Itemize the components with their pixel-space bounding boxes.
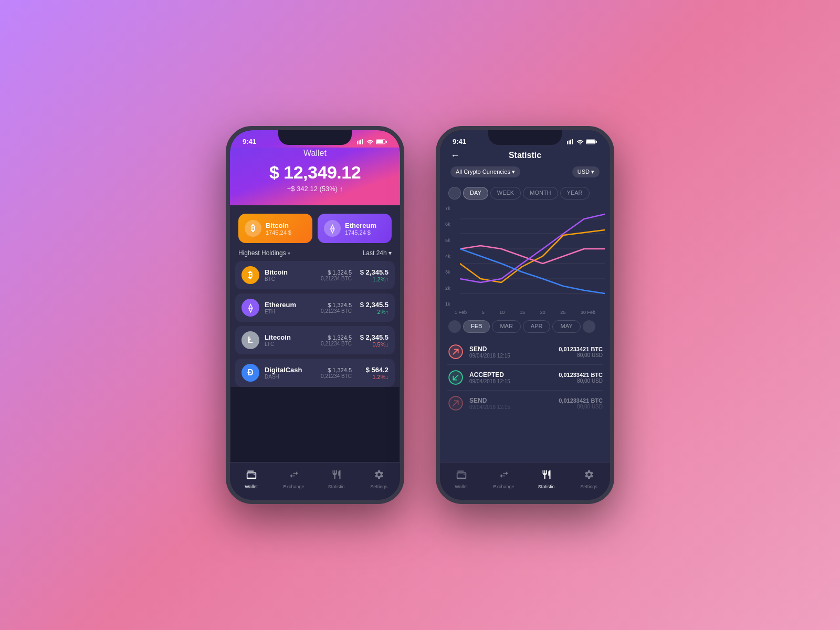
btc-icon: ₿ xyxy=(245,220,261,237)
nav-exchange[interactable]: Exchange xyxy=(272,469,315,489)
period-tab-week[interactable]: WEEK xyxy=(490,187,521,200)
crypto-list: ₿ Bitcoin BTC $ 1,324.5 0,21234 BTC $ 2,… xyxy=(230,261,400,387)
crypto-total: $ 2,345.5 xyxy=(357,301,388,309)
x-label-5: 5 xyxy=(482,310,485,315)
table-row[interactable]: ₿ Bitcoin BTC $ 1,324.5 0,21234 BTC $ 2,… xyxy=(235,261,395,289)
currency-filter-label: All Crypto Currencies ▾ xyxy=(456,169,515,175)
crypto-change: 1.2%↑ xyxy=(357,276,388,282)
period-tab-day[interactable]: DAY xyxy=(463,187,488,200)
month-next[interactable] xyxy=(583,320,595,333)
crypto-price: $ 1,324.5 xyxy=(321,334,352,341)
crypto-total: $ 564.2 xyxy=(357,366,388,374)
crypto-change: 1.2%↓ xyxy=(357,374,388,380)
chart-svg xyxy=(460,204,605,309)
y-label-3k: 3k xyxy=(445,269,458,275)
crypto-symbol: LTC xyxy=(265,341,316,347)
tx-date: 09/04/2018 12:15 xyxy=(469,353,553,359)
month-tab-may[interactable]: MAY xyxy=(552,320,580,333)
eth-row-icon: ⟠ xyxy=(242,299,259,317)
unit-filter[interactable]: USD ▾ xyxy=(572,166,600,177)
wallet-change: +$ 342.12 (53%) ↑ xyxy=(240,185,390,193)
bottom-nav-2: Wallet Exchange Statistic Settings xyxy=(440,462,610,500)
holdings-time[interactable]: Last 24h ▾ xyxy=(363,249,392,257)
svg-point-12 xyxy=(580,143,581,144)
list-item[interactable]: SEND 09/04/2018 12:15 0,01233421 BTC 80,… xyxy=(447,391,603,416)
nav-wallet-label: Wallet xyxy=(245,484,258,489)
crypto-total: $ 2,345.5 xyxy=(357,268,388,276)
btc-row-icon: ₿ xyxy=(242,266,259,284)
ethereum-card[interactable]: ⟠ Ethereum 1745,24 $ xyxy=(318,214,392,243)
nav-settings[interactable]: Settings xyxy=(358,469,400,489)
y-label-2k: 2k xyxy=(445,286,458,291)
nav-statistic-2[interactable]: Statistic xyxy=(525,469,568,489)
currency-filter[interactable]: All Crypto Currencies ▾ xyxy=(450,166,520,177)
period-tab-month[interactable]: MONTH xyxy=(523,187,558,200)
nav-exchange-label-2: Exchange xyxy=(493,484,514,489)
svg-point-4 xyxy=(370,143,371,144)
tx-btc: 0,01233421 BTC xyxy=(559,397,603,404)
nav-wallet[interactable]: Wallet xyxy=(230,469,272,489)
chart-container: 1k 2k 3k 4k 5k 6k 7k xyxy=(440,204,610,309)
table-row[interactable]: Ł Litecoin LTC $ 1,324.5 0,21234 BTC $ 2… xyxy=(235,326,395,354)
crypto-symbol: ETH xyxy=(265,309,316,314)
x-label-20: 20 xyxy=(540,310,545,315)
tx-type: SEND xyxy=(469,345,553,353)
eth-value: 1745,24 $ xyxy=(345,229,376,236)
x-label-30: 30 Feb xyxy=(581,310,595,315)
holdings-label[interactable]: Highest Holdings ▾ xyxy=(238,249,290,257)
svg-rect-10 xyxy=(570,140,571,144)
list-item[interactable]: ACCEPTED 09/04/2018 12:15 0,01233421 BTC… xyxy=(447,365,603,391)
statistic-nav-icon xyxy=(331,469,342,482)
svg-rect-11 xyxy=(572,139,573,144)
crypto-price: $ 1,324.5 xyxy=(321,367,352,373)
month-tab-feb[interactable]: FEB xyxy=(463,320,490,333)
crypto-name: Ethereum xyxy=(265,301,316,309)
period-tab-all[interactable] xyxy=(448,187,461,200)
nav-exchange-label: Exchange xyxy=(283,484,304,489)
table-row[interactable]: Ð DigitalCash DASH $ 1,324.5 0,21234 BTC… xyxy=(235,359,395,387)
month-tab-apr[interactable]: APR xyxy=(523,320,551,333)
status-icons-2 xyxy=(567,139,597,144)
month-tab-mar[interactable]: MAR xyxy=(492,320,520,333)
crypto-sub: 0,21234 BTC xyxy=(321,308,352,314)
x-label-10: 10 xyxy=(499,310,505,315)
crypto-sub: 0,21234 BTC xyxy=(321,341,352,346)
table-row[interactable]: ⟠ Ethereum ETH $ 1,324.5 0,21234 BTC $ 2… xyxy=(235,293,395,322)
bitcoin-card[interactable]: ₿ Bitcoin 1745,24 $ xyxy=(238,214,312,243)
nav-exchange-2[interactable]: Exchange xyxy=(482,469,525,489)
tx-type: ACCEPTED xyxy=(469,371,553,379)
crypto-total: $ 2,345.5 xyxy=(357,333,388,341)
nav-settings-label: Settings xyxy=(370,484,387,489)
wallet-nav-icon-2 xyxy=(456,469,467,482)
tx-usd: 80,00 USD xyxy=(559,352,603,358)
month-prev[interactable] xyxy=(448,320,461,333)
nav-statistic[interactable]: Statistic xyxy=(315,469,358,489)
status-time: 9:41 xyxy=(243,138,256,145)
nav-wallet-2[interactable]: Wallet xyxy=(440,469,482,489)
nav-statistic-label-2: Statistic xyxy=(538,484,555,489)
svg-rect-6 xyxy=(376,140,383,143)
wallet-title: Wallet xyxy=(240,148,390,162)
wallet-amount: $ 12,349.12 xyxy=(240,162,390,183)
crypto-symbol: DASH xyxy=(265,374,316,380)
holdings-header: Highest Holdings ▾ Last 24h ▾ xyxy=(230,243,400,261)
tx-btc: 0,01233421 BTC xyxy=(559,346,603,352)
period-tab-year[interactable]: YEAR xyxy=(560,187,590,200)
tx-date: 09/04/2018 12:15 xyxy=(469,379,553,384)
period-tabs: DAY WEEK MONTH YEAR xyxy=(440,187,610,204)
nav-settings-label-2: Settings xyxy=(580,484,597,489)
crypto-symbol: BTC xyxy=(265,276,316,282)
btc-value: 1745,24 $ xyxy=(266,229,291,236)
list-item[interactable]: SEND 09/04/2018 12:15 0,01233421 BTC 80,… xyxy=(447,339,603,365)
tx-type: SEND xyxy=(469,397,553,404)
wallet-cards: ₿ Bitcoin 1745,24 $ ⟠ Ethereum 1745,24 $ xyxy=(230,205,400,243)
svg-rect-8 xyxy=(567,141,568,144)
back-button[interactable]: ← xyxy=(450,150,460,161)
exchange-nav-icon xyxy=(289,469,299,482)
svg-rect-3 xyxy=(362,139,363,144)
crypto-sub: 0,21234 BTC xyxy=(321,276,352,281)
nav-settings-2[interactable]: Settings xyxy=(568,469,610,489)
tx-date: 09/04/2018 12:15 xyxy=(469,404,553,410)
crypto-name: Bitcoin xyxy=(265,268,316,276)
svg-rect-7 xyxy=(386,141,387,143)
